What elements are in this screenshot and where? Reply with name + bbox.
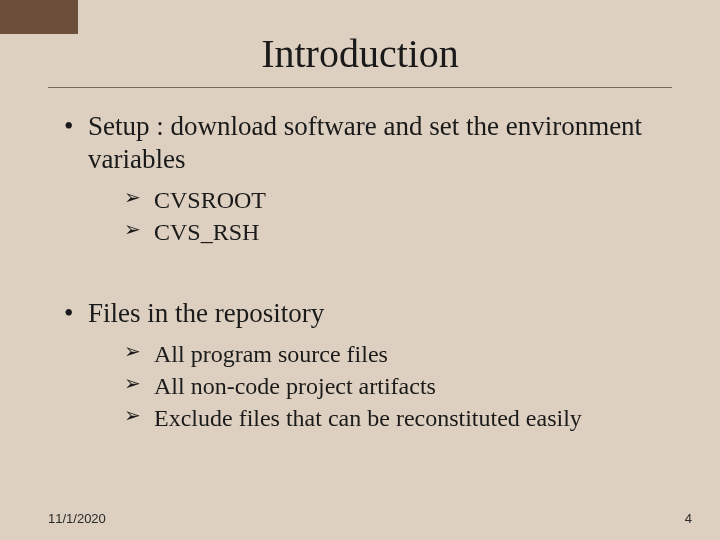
- sub-text: All program source files: [154, 341, 388, 367]
- bullet-item: Files in the repository All program sour…: [60, 297, 660, 435]
- bullet-item: Setup : download software and set the en…: [60, 110, 660, 249]
- sub-item: All program source files: [124, 338, 660, 370]
- slide: Introduction Setup : download software a…: [0, 0, 720, 540]
- sub-item: CVSROOT: [124, 184, 660, 216]
- sub-text: CVSROOT: [154, 187, 266, 213]
- footer-date: 11/1/2020: [48, 511, 106, 526]
- slide-title: Introduction: [0, 0, 720, 77]
- sub-text: Exclude files that can be reconstituted …: [154, 405, 582, 431]
- bullet-text: Files in the repository: [88, 298, 324, 328]
- bullet-text: Setup : download software and set the en…: [88, 111, 642, 174]
- footer-page-number: 4: [685, 511, 692, 526]
- sub-text: All non-code project artifacts: [154, 373, 436, 399]
- bullet-list: Setup : download software and set the en…: [60, 110, 660, 435]
- sub-item: All non-code project artifacts: [124, 370, 660, 402]
- sub-item: CVS_RSH: [124, 216, 660, 248]
- corner-accent: [0, 0, 78, 34]
- sub-list: CVSROOT CVS_RSH: [88, 184, 660, 249]
- sub-text: CVS_RSH: [154, 219, 259, 245]
- slide-footer: 11/1/2020 4: [0, 511, 720, 526]
- slide-content: Setup : download software and set the en…: [0, 88, 720, 435]
- sub-item: Exclude files that can be reconstituted …: [124, 402, 660, 434]
- sub-list: All program source files All non-code pr…: [88, 338, 660, 435]
